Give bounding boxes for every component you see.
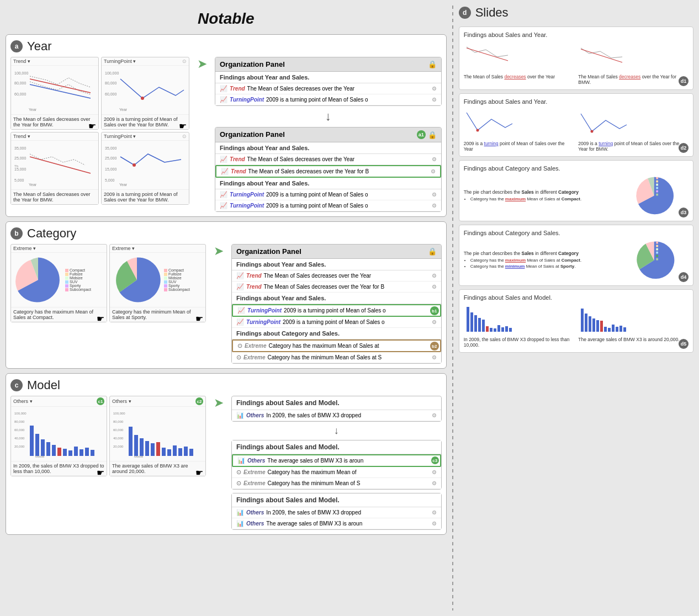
svg-rect-78 [474,315,477,332]
chart-label-turning2[interactable]: TurningPoint ▾ ⊙ [102,132,189,141]
chart-area-2: 100,000 80,000 60,000 Year [102,66,189,114]
chart-label-trend1[interactable]: Trend ▾ [11,57,98,66]
title-year: Year [27,39,51,54]
svg-text:5,000: 5,000 [14,178,24,182]
svg-rect-87 [509,328,512,332]
section-model: c Model Others ▾ c1 100,000 [6,373,447,535]
arrow-right-c: ➤ [214,396,224,410]
arrow-down-c: ↓ [231,425,442,437]
chart-label-turning1[interactable]: TurningPoint ▾ ⊙ [102,57,189,66]
panel-b-item3-b1[interactable]: 📈 TurningPoint 2009 is a turning point o… [232,304,441,317]
slide-d5-chart1: In 2009, the sales of BMW X3 dropped to … [464,304,574,348]
slide-d2-cap1: 2009 is a turning point of Mean of Sales… [464,141,574,152]
svg-rect-65 [656,180,658,183]
chart-caption-2: 2009 is a turning point of Mean of Sales… [102,114,189,129]
slide-number-d5: d5 [679,339,689,349]
svg-rect-50 [140,438,144,456]
badge-a1: a1 [417,130,426,139]
slide-d2-content: Findings about Sales and Year. 2009 is a… [464,98,689,152]
panel-c2-item3[interactable]: ⊙ Extreme Category has the minimum Mean … [232,478,441,489]
pie-svg-2 [112,255,162,305]
svg-text:80,000: 80,000 [105,81,117,85]
chart-area-3: 35,000 25,000 15,000 5,000 Year Th [11,141,98,189]
svg-rect-90 [589,316,591,332]
hand-cursor-pie2: ☛ [195,314,203,324]
svg-text:100,000: 100,000 [105,71,119,75]
svg-rect-64 [656,177,658,179]
bar-label-2[interactable]: Others ▾ c2 [110,396,205,407]
bar-area-2: 100,000 80,000 60,000 40,000 20,000 Mode… [110,407,205,461]
slide-d2: Findings about Sales and Year. 2009 is a… [459,93,693,157]
org-panel-a1-header: Organization Panel 🔒 [215,57,441,72]
svg-rect-52 [151,443,155,456]
pie-area-2: Compact Fullsize Midsize SUV Sporty Subc… [110,253,205,307]
svg-rect-98 [619,326,622,332]
org-panel-c1: Findings about Sales and Model. 📊 Others… [231,396,442,422]
panel-a2-item4[interactable]: 📈 TurningPoint 2009 is a turning point o… [215,200,441,211]
svg-text:Year: Year [119,108,128,111]
svg-rect-57 [178,448,182,456]
svg-rect-53 [156,442,160,456]
svg-text:100,000: 100,000 [14,412,27,415]
page-title: Notable [6,6,447,30]
svg-rect-38 [74,447,78,456]
badge-b1: b1 [430,306,439,315]
svg-rect-68 [656,190,658,193]
slide-d5-cap2: The average sales of BMW X3 is around 20… [578,337,689,342]
panel-c1-item1[interactable]: 📊 Others In 2009, the sales of BMW X3 dr… [232,410,441,421]
panel-c2-item1-highlighted[interactable]: 📊 Others The average sales of BMW X3 is … [232,454,441,467]
panel-b-item6[interactable]: ⊙ Extreme Category has the minimum Mean … [232,352,441,363]
arrow-right-a: ➤ [197,57,207,71]
slides-title: Slides [475,6,509,20]
svg-text:5,000: 5,000 [105,178,115,182]
panel-a2-item3[interactable]: 📈 TurningPoint 2009 is a turning point o… [215,189,441,200]
panel-a2-item1[interactable]: 📈 Trend The Mean of Sales decreases over… [215,154,441,165]
org-panel-a1-item1[interactable]: 📈 Trend The Mean of Sales decreases over… [215,83,441,94]
svg-line-5 [30,84,91,98]
settings-icon-1[interactable]: ⚙ [432,86,437,92]
arrow-to-panel-c: ➤ [210,396,227,410]
trend-chart-svg-2: 35,000 25,000 15,000 5,000 Year Th [13,143,96,187]
title-model: Model [27,378,60,392]
svg-rect-69 [656,194,658,196]
slide-number-d1: d1 [679,76,689,86]
slide-d2-chart1: 2009 is a turning point of Mean of Sales… [464,108,574,152]
svg-rect-34 [52,445,56,456]
panel-b-item5-b2[interactable]: ⊙ Extreme Category has the maximum Mean … [232,339,441,352]
panel-b-item4[interactable]: 📈 TurningPoint 2009 is a turning point o… [232,317,441,328]
org-panel-b: Organization Panel 🔒 Findings about Year… [231,244,442,364]
chart-label-trend2[interactable]: Trend ▾ [11,132,98,141]
panel-b-item1[interactable]: 📈 Trend The Mean of Sales decreases over… [232,270,441,282]
svg-line-60 [467,48,508,61]
slide-d4-title: Findings about Category and Sales. [464,230,689,236]
svg-rect-40 [85,448,89,456]
main-container: Notable a Year Trend ▾ 100,000 [0,0,699,616]
svg-rect-74 [656,255,658,257]
slide-d3-text: The pie chart describes the Sales in dif… [464,189,629,203]
bar-label-1[interactable]: Others ▾ c1 [11,396,107,407]
panel-c3-item2[interactable]: 📊 Others The average sales of BMW X3 is … [232,518,441,529]
panel-a2-section2-title: Findings about Year and Sales. [215,178,441,189]
settings-icon-2[interactable]: ⚙ [432,97,437,103]
svg-text:Year: Year [29,108,37,111]
arrow-to-panel-b: ➤ [210,244,227,258]
pie-label-1[interactable]: Extreme ▾ [11,245,107,253]
pie-label-2[interactable]: Extreme ▾ [110,245,205,253]
panel-b-item2[interactable]: 📈 Trend The Mean of Sales decreases over… [232,282,441,293]
chart-caption-3: The Mean of Sales decreases over the Yea… [11,189,98,204]
panel-c2-item2[interactable]: ⊙ Extreme Category has the maximum Mean … [232,467,441,478]
org-panel-a2: Organization Panel a1 🔒 Findings about Y… [215,127,442,212]
org-panel-a1-item2[interactable]: 📈 TurningPoint 2009 is a turning point o… [215,94,441,105]
org-right-section-c: Findings about Sales and Model. 📊 Others… [231,396,442,530]
arrow-right-b: ➤ [214,244,224,258]
svg-text:40,000: 40,000 [113,437,124,440]
org-right-section-a: Organization Panel 🔒 Findings about Year… [215,57,442,212]
panel-a2-item2-highlighted[interactable]: 📈 Trend The Mean of Sales decreases over… [215,165,441,178]
svg-text:100,000: 100,000 [14,71,28,75]
svg-rect-72 [656,248,658,251]
panel-c3-item1[interactable]: 📊 Others In 2009, the sales of BMW X3 dr… [232,507,441,518]
left-panel: Notable a Year Trend ▾ 100,000 [0,0,452,616]
svg-rect-76 [467,307,469,332]
chart-caption-4: 2009 is a turning point of Mean of Sales… [102,189,189,204]
slide-d5-title: Findings about Sales and Model. [464,294,689,301]
